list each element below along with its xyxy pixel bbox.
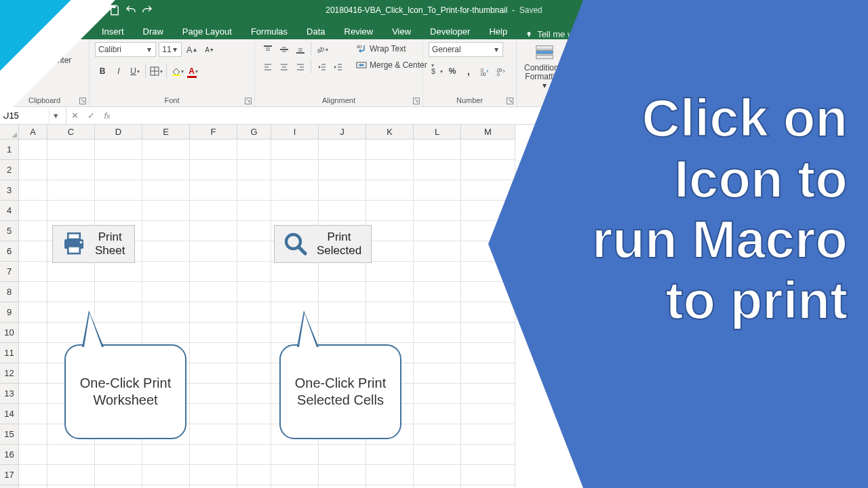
cell[interactable] — [461, 445, 515, 465]
cell[interactable] — [237, 180, 271, 201]
cell[interactable] — [190, 282, 237, 302]
cell[interactable] — [95, 282, 142, 302]
row-header[interactable]: 16 — [0, 445, 19, 465]
cell[interactable] — [19, 363, 47, 384]
cell[interactable] — [414, 262, 461, 282]
row-header[interactable]: 11 — [0, 343, 19, 363]
cell[interactable] — [319, 465, 366, 485]
row-header[interactable]: 14 — [0, 404, 19, 424]
cell[interactable] — [19, 343, 47, 363]
cell[interactable] — [237, 241, 271, 262]
tab-developer[interactable]: Developer — [423, 24, 477, 39]
cell[interactable] — [47, 465, 95, 485]
tab-formulas[interactable]: Formulas — [244, 24, 294, 39]
percent-button[interactable]: % — [445, 64, 460, 79]
conditional-formatting-button[interactable]: Conditional Formatting ▾ — [522, 42, 567, 91]
cell[interactable] — [319, 445, 366, 465]
cell[interactable] — [19, 302, 47, 323]
cell[interactable] — [319, 302, 366, 323]
cell[interactable] — [271, 201, 319, 221]
cell[interactable] — [461, 404, 515, 424]
row-header[interactable]: 6 — [0, 241, 19, 262]
cell[interactable] — [366, 282, 414, 302]
tab-draw[interactable]: Draw — [136, 24, 170, 39]
cell[interactable] — [414, 404, 461, 424]
cell[interactable] — [461, 485, 515, 488]
cell[interactable] — [271, 282, 319, 302]
cell[interactable] — [414, 363, 461, 384]
cell[interactable] — [19, 140, 47, 160]
cell[interactable] — [95, 140, 142, 160]
format-as-table-button[interactable]: FormT — [571, 42, 605, 81]
row-header[interactable]: 2 — [0, 160, 19, 180]
increase-indent-button[interactable] — [330, 60, 345, 75]
cell[interactable] — [271, 160, 319, 180]
cell[interactable] — [142, 160, 190, 180]
cell[interactable] — [19, 241, 47, 262]
cell[interactable] — [319, 160, 366, 180]
cell[interactable] — [190, 241, 237, 262]
cell[interactable] — [190, 363, 237, 384]
cell[interactable] — [414, 384, 461, 404]
accounting-format-button[interactable]: $ — [429, 64, 443, 79]
cell[interactable] — [414, 201, 461, 221]
cell[interactable] — [190, 221, 237, 241]
cell[interactable] — [319, 485, 366, 488]
cell[interactable] — [190, 160, 237, 180]
cell[interactable] — [190, 465, 237, 485]
cell[interactable] — [142, 302, 190, 323]
column-header[interactable]: I — [271, 125, 319, 140]
cell[interactable] — [237, 424, 271, 445]
cell[interactable] — [366, 262, 414, 282]
cell[interactable] — [237, 363, 271, 384]
tell-me[interactable]: Tell me what you want to do — [525, 29, 646, 39]
cell[interactable] — [237, 302, 271, 323]
cell[interactable] — [190, 424, 237, 445]
align-middle-button[interactable] — [277, 42, 292, 57]
cell[interactable] — [461, 262, 515, 282]
cell[interactable] — [414, 140, 461, 160]
cell[interactable] — [461, 424, 515, 445]
cell[interactable] — [414, 465, 461, 485]
cell[interactable] — [414, 180, 461, 201]
cell[interactable] — [414, 485, 461, 488]
cell[interactable] — [461, 180, 515, 201]
cell[interactable] — [95, 160, 142, 180]
cell[interactable] — [237, 160, 271, 180]
align-center-button[interactable] — [277, 60, 292, 75]
redo-icon[interactable] — [141, 4, 153, 16]
cell[interactable] — [237, 282, 271, 302]
cell[interactable] — [237, 201, 271, 221]
cell[interactable] — [190, 323, 237, 343]
cell[interactable] — [19, 180, 47, 201]
increase-decimal-button[interactable]: .0.00 — [477, 64, 492, 79]
cell[interactable] — [237, 404, 271, 424]
cell[interactable] — [190, 262, 237, 282]
row-header[interactable]: 3 — [0, 180, 19, 201]
row-header[interactable]: 5 — [0, 221, 19, 241]
row-header[interactable]: 13 — [0, 384, 19, 404]
cell[interactable] — [271, 140, 319, 160]
cell[interactable] — [461, 363, 515, 384]
cell[interactable] — [461, 343, 515, 363]
cell[interactable] — [19, 424, 47, 445]
cell[interactable] — [461, 384, 515, 404]
cell[interactable] — [190, 404, 237, 424]
cell[interactable] — [414, 221, 461, 241]
cell[interactable] — [142, 140, 190, 160]
cell[interactable] — [95, 180, 142, 201]
cell[interactable] — [19, 384, 47, 404]
cell[interactable] — [271, 465, 319, 485]
tab-help[interactable]: Help — [482, 24, 514, 39]
cell[interactable] — [237, 323, 271, 343]
cell[interactable] — [142, 241, 190, 262]
cell[interactable] — [414, 445, 461, 465]
cell[interactable] — [19, 465, 47, 485]
fill-color-button[interactable] — [170, 64, 184, 79]
row-header[interactable]: 10 — [0, 323, 19, 343]
cell[interactable] — [461, 465, 515, 485]
cell[interactable] — [190, 384, 237, 404]
align-left-button[interactable] — [260, 60, 275, 75]
cell[interactable] — [190, 485, 237, 488]
cell[interactable] — [319, 323, 366, 343]
